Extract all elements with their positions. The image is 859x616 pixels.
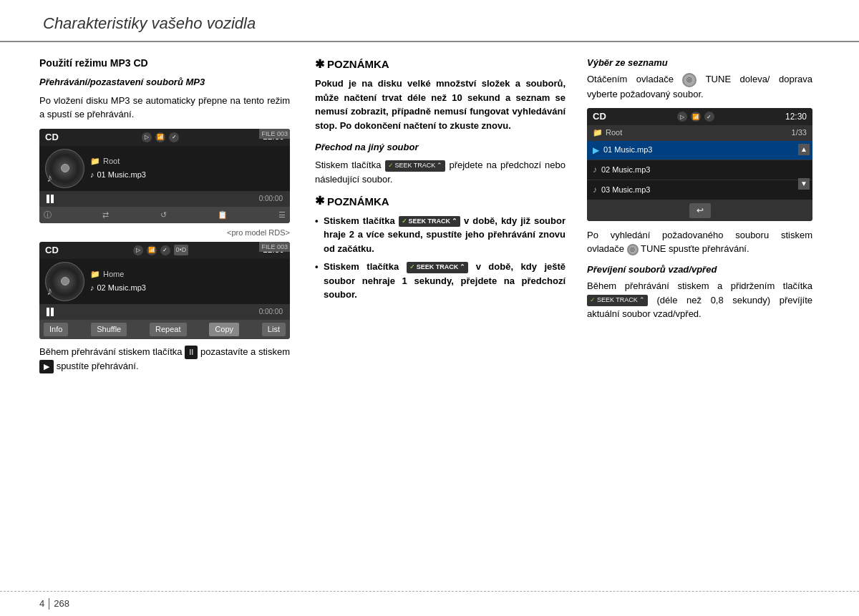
folder-icon-2: 📁 bbox=[90, 269, 100, 280]
page-title: Charakteristiky vašeho vozidla bbox=[43, 13, 816, 35]
usb-icon: ✓ bbox=[169, 132, 179, 142]
note-label-2: POZNÁMKA bbox=[327, 194, 389, 209]
seek-arrow-2: ⌃ bbox=[460, 263, 465, 273]
body-text-2-part3: spustíte přehrávání. bbox=[57, 361, 139, 371]
folder-name-1: Root bbox=[103, 156, 120, 167]
track-name-list-1: 01 Music.mp3 bbox=[603, 145, 652, 155]
pause-btn-2[interactable] bbox=[47, 308, 54, 316]
btn-repeat[interactable]: Repeat bbox=[150, 323, 186, 336]
page-header: Charakteristiky vašeho vozidla bbox=[0, 0, 859, 42]
scroll-up[interactable]: ▲ bbox=[798, 144, 810, 155]
list-items-container: ▶ 01 Music.mp3 ♪ 02 Music.mp3 ♪ 03 Music… bbox=[587, 141, 812, 200]
cd-disc-center-1 bbox=[61, 164, 69, 172]
seek-arrow-1: ⌃ bbox=[452, 217, 457, 227]
cd-topbar-1: CD ▷ 📶 ✓ 12:30 FILE 003 bbox=[39, 129, 290, 146]
seek-label-3: SEEK TRACK bbox=[597, 295, 638, 305]
cd-track-2: ♪ 02 Music.mp3 bbox=[90, 283, 284, 293]
cd-disc-2: ♪ bbox=[45, 262, 84, 301]
cd-list-time: 12:30 bbox=[785, 111, 807, 123]
back-btn[interactable]: ↩ bbox=[689, 203, 711, 218]
subtitle-transition: Přechod na jiný soubor bbox=[315, 141, 566, 154]
right-body-2: Po vyhledání požadovaného souboru stiske… bbox=[587, 228, 812, 256]
right-subtitle-1: Výběr ze seznamu bbox=[587, 57, 812, 69]
track-note-icon-1: ♪ bbox=[90, 170, 94, 180]
file-badge-1: FILE 003 bbox=[259, 129, 290, 140]
page-container: Charakteristiky vašeho vozidla Použití r… bbox=[0, 0, 859, 616]
antenna-icon-2: 📶 bbox=[147, 245, 157, 255]
cd-label-2: CD bbox=[45, 244, 59, 257]
note-title-1: ✱ POZNÁMKA bbox=[315, 57, 566, 72]
shuffle-icon: ⇄ bbox=[102, 210, 109, 220]
body-text-1: Po vložení disku MP3 se automaticky přep… bbox=[39, 94, 290, 122]
cd-info-2: 📁 Home ♪ 02 Music.mp3 bbox=[90, 269, 284, 293]
scroll-down[interactable]: ▼ bbox=[798, 178, 810, 190]
seek-label: SEEK TRACK bbox=[395, 161, 436, 171]
cd-disc-note-2: ♪ bbox=[47, 283, 52, 299]
cd-folder-1: 📁 Root bbox=[90, 156, 284, 167]
antenna-icon: 📶 bbox=[155, 132, 165, 142]
info-icon: ⓘ bbox=[44, 210, 52, 220]
root-label: Root bbox=[606, 127, 622, 138]
seek-track-btn-3: ✓ SEEK TRACK ⌃ bbox=[587, 295, 648, 306]
content-area: Použití režimu MP3 CD Přehrávání/pozasta… bbox=[0, 42, 859, 388]
cd-player-2: CD ▷ 📶 ✓ 0•D 12:30 FILE 003 bbox=[39, 242, 290, 340]
seek-check-2: ✓ bbox=[409, 263, 415, 273]
btn-copy[interactable]: Copy bbox=[209, 323, 239, 336]
col-left: Použití režimu MP3 CD Přehrávání/pozasta… bbox=[39, 57, 304, 381]
col-middle: ✱ POZNÁMKA Pokud je na disku velké množs… bbox=[304, 57, 576, 381]
seek-arrow-3: ⌃ bbox=[639, 295, 645, 305]
footer-page: 268 bbox=[54, 597, 69, 610]
pause-bar-3 bbox=[47, 308, 49, 316]
right-body-2-tune-label: TUNE spusťte přehrávání. bbox=[641, 243, 749, 254]
btn-shuffle[interactable]: Shuffle bbox=[91, 323, 127, 336]
body-text-m2: Stiskem tlačítka ✓ SEEK TRACK ⌃ přejdete… bbox=[315, 158, 566, 186]
cd-disc-note-1: ♪ bbox=[47, 170, 52, 186]
body-text-2-part2: pozastavíte a stiskem bbox=[200, 346, 290, 357]
cd-list-root: 📁 Root bbox=[593, 127, 622, 138]
cd-list-icons: ▷ 📶 ✓ bbox=[677, 112, 714, 122]
cd-list-ui: CD ▷ 📶 ✓ 12:30 📁 Root 1/33 bbox=[587, 108, 812, 221]
cd-list-usb-icon: ✓ bbox=[704, 112, 714, 122]
cd-controls-row-1: 0:00:00 bbox=[39, 191, 290, 207]
cd-folder-2: 📁 Home bbox=[90, 269, 284, 280]
track-name-list-3: 03 Music.mp3 bbox=[601, 185, 650, 195]
page-footer: 4 268 bbox=[0, 591, 859, 616]
track-name-1: 01 Music.mp3 bbox=[97, 170, 146, 180]
cd-player-1: CD ▷ 📶 ✓ 12:30 FILE 003 ♪ bbox=[39, 129, 290, 224]
seek-arrow: ⌃ bbox=[437, 161, 442, 171]
bullet-item-1: Stiskem tlačítka ✓ SEEK TRACK ⌃ v době, … bbox=[315, 214, 566, 256]
note-icon-2: ♪ bbox=[593, 164, 597, 176]
scroll-arrows: ▲ ▼ bbox=[798, 144, 810, 190]
note-bullet-list: Stiskem tlačítka ✓ SEEK TRACK ⌃ v době, … bbox=[315, 214, 566, 302]
cd-list-header: 📁 Root 1/33 bbox=[587, 125, 812, 140]
list-item-1: ▶ 01 Music.mp3 bbox=[587, 141, 812, 161]
cd-info-1: 📁 Root ♪ 01 Music.mp3 bbox=[90, 156, 284, 180]
btn-list[interactable]: List bbox=[262, 323, 286, 336]
usb-icon-2: ✓ bbox=[160, 245, 170, 255]
seek-check-3: ✓ bbox=[590, 295, 596, 305]
note-box-1: ✱ POZNÁMKA Pokud je na disku velké množs… bbox=[315, 57, 566, 132]
copy-icon: 📋 bbox=[218, 210, 228, 220]
track-name-2: 02 Music.mp3 bbox=[97, 283, 146, 293]
tune-knob-2: ◎ bbox=[627, 244, 639, 255]
cd-label-1: CD bbox=[45, 131, 59, 144]
note-label-1: POZNÁMKA bbox=[327, 57, 389, 72]
folder-icon-1: 📁 bbox=[90, 156, 100, 167]
file-badge-2: FILE 003 bbox=[259, 242, 290, 253]
footer-separator bbox=[49, 598, 49, 610]
cd-topbar-2: CD ▷ 📶 ✓ 0•D 12:30 FILE 003 bbox=[39, 242, 290, 259]
body-text-2: Během přehrávání stiskem tlačítka II poz… bbox=[39, 345, 290, 373]
folder-name-2: Home bbox=[103, 269, 124, 280]
bullet-item-2: Stiskem tlačítka ✓ SEEK TRACK ⌃ v době, … bbox=[315, 260, 566, 302]
btn-info[interactable]: Info bbox=[44, 323, 68, 336]
track-name-list-2: 02 Music.mp3 bbox=[601, 165, 650, 175]
cd-controls-row-2: 0:00:00 bbox=[39, 304, 290, 320]
pause-btn-1[interactable] bbox=[47, 195, 54, 203]
seek-track-btn-1: ✓ SEEK TRACK ⌃ bbox=[399, 216, 461, 228]
play-icon-1: ▶ bbox=[593, 145, 599, 157]
progress-time-2: 0:00:00 bbox=[259, 307, 283, 317]
progress-time-1: 0:00:00 bbox=[259, 194, 283, 204]
cd-main-2: ♪ 📁 Home ♪ 02 Music.mp3 bbox=[39, 259, 290, 304]
subtitle-playback: Přehrávání/pozastavení souborů MP3 bbox=[39, 76, 290, 89]
right-body-1-part1: Otáčením ovladače bbox=[587, 74, 674, 84]
